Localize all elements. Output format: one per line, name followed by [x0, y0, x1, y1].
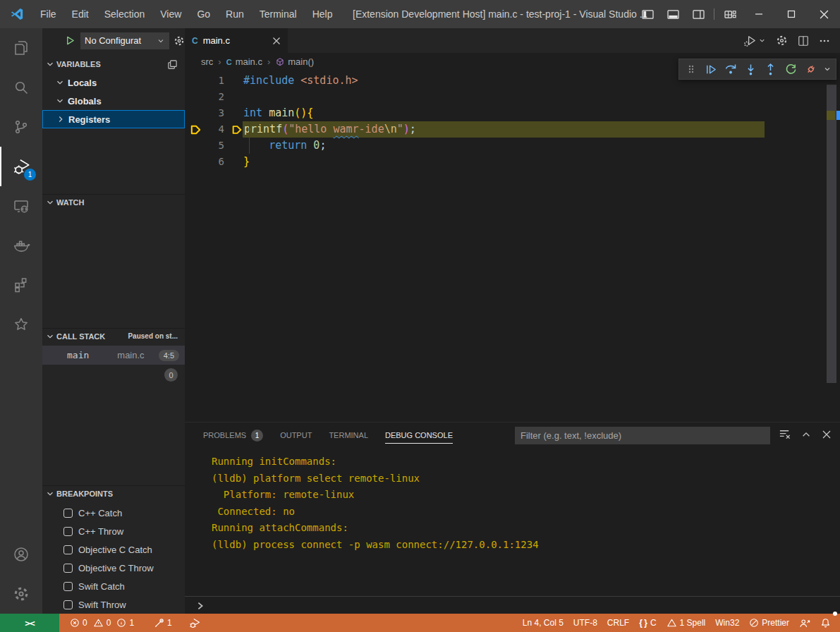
variables-item-globals[interactable]: Globals: [42, 92, 185, 110]
search-icon[interactable]: [0, 68, 42, 107]
cursor-position[interactable]: Ln 4, Col 5: [518, 614, 568, 632]
menu-view[interactable]: View: [152, 0, 189, 28]
run-or-debug-icon[interactable]: [743, 34, 766, 47]
menu-go[interactable]: Go: [189, 0, 218, 28]
breadcrumb-folder[interactable]: src: [201, 56, 213, 67]
launch-config-gear-icon[interactable]: [776, 35, 788, 47]
debug-status-icon-item[interactable]: [184, 614, 206, 632]
breakpoint-c-catch[interactable]: C++ Catch: [42, 504, 185, 522]
editor-scrollbar[interactable]: [827, 85, 836, 383]
breakpoint-checkbox[interactable]: [63, 545, 73, 554]
clear-console-icon[interactable]: [779, 428, 791, 440]
breakpoint-checkbox[interactable]: [63, 582, 73, 591]
breakpoint-checkbox[interactable]: [63, 527, 73, 536]
code-line-6[interactable]: 6}: [185, 154, 840, 170]
toggle-secondary-sidebar-icon[interactable]: [686, 0, 711, 28]
minimize-button[interactable]: [743, 0, 775, 28]
notifications-bell[interactable]: [815, 614, 836, 632]
tab-close-icon[interactable]: [272, 37, 281, 45]
breakpoint-swift-catch[interactable]: Swift Catch: [42, 577, 185, 595]
breakpoint-checkbox[interactable]: [63, 564, 73, 573]
breakpoint-checkbox[interactable]: [63, 509, 73, 518]
glyph-margin[interactable]: [185, 105, 206, 121]
menu-terminal[interactable]: Terminal: [252, 0, 305, 28]
code-line-3[interactable]: 3int main(){: [185, 105, 840, 121]
split-editor-icon[interactable]: [798, 35, 809, 47]
toolbar-drag-grip-icon[interactable]: [683, 61, 698, 78]
collapse-all-icon[interactable]: [167, 59, 185, 70]
toggle-panel-icon[interactable]: [660, 0, 686, 28]
maximize-panel-chevron-icon[interactable]: [801, 430, 811, 439]
debug-session-chevron-icon[interactable]: [823, 65, 832, 73]
close-button[interactable]: [808, 0, 840, 28]
explorer-icon[interactable]: [0, 28, 42, 68]
code-line-2[interactable]: 2: [185, 89, 840, 105]
disconnect-icon[interactable]: [803, 61, 818, 78]
variables-section-header[interactable]: VARIABLES: [42, 56, 185, 72]
panel-tab-problems[interactable]: PROBLEMS1: [203, 423, 263, 448]
platform-indicator[interactable]: Win32: [710, 614, 744, 632]
star-icon[interactable]: [0, 305, 42, 344]
breadcrumb-file[interactable]: main.c: [236, 56, 262, 67]
panel-tab-debug-console[interactable]: DEBUG CONSOLE: [385, 423, 453, 448]
source-control-icon[interactable]: [0, 107, 42, 147]
menu-selection[interactable]: Selection: [97, 0, 153, 28]
code-area[interactable]: 1#include <stdio.h>23int main(){4printf(…: [185, 71, 840, 422]
code-line-5[interactable]: 5 return 0;: [185, 138, 840, 154]
glyph-margin[interactable]: [185, 89, 206, 105]
formatter-indicator[interactable]: Prettier: [744, 614, 794, 632]
accounts-icon[interactable]: [0, 535, 42, 574]
call-stack-frame-row[interactable]: main main.c 4:5: [42, 346, 185, 365]
debug-console-output[interactable]: Running initCommands:(lldb) platform sel…: [212, 454, 819, 553]
menu-run[interactable]: Run: [218, 0, 252, 28]
eol-indicator[interactable]: CRLF: [602, 614, 634, 632]
variables-item-locals[interactable]: Locals: [42, 73, 185, 92]
breakpoint-swift-throw[interactable]: Swift Throw: [42, 595, 185, 614]
glyph-margin[interactable]: [185, 138, 206, 154]
extensions-icon[interactable]: [0, 265, 42, 305]
language-mode[interactable]: { } C: [634, 614, 661, 632]
breakpoints-section-header[interactable]: BREAKPOINTS: [42, 485, 185, 501]
encoding-indicator[interactable]: UTF-8: [568, 614, 602, 632]
ports-tools-status[interactable]: 1: [149, 614, 177, 632]
debug-console-filter-input[interactable]: [515, 427, 770, 444]
maximize-button[interactable]: [775, 0, 808, 28]
continue-icon[interactable]: [703, 61, 718, 78]
start-debugging-icon[interactable]: [65, 35, 75, 46]
menu-help[interactable]: Help: [305, 0, 341, 28]
panel-tab-output[interactable]: OUTPUT: [280, 423, 312, 448]
restart-icon[interactable]: [783, 61, 798, 78]
debug-configuration-dropdown[interactable]: No Configurat: [80, 32, 169, 49]
debug-console-input[interactable]: [185, 596, 840, 614]
debug-settings-gear-icon[interactable]: [174, 35, 185, 47]
glyph-margin[interactable]: [185, 73, 206, 89]
glyph-margin[interactable]: [185, 154, 206, 170]
variables-item-registers[interactable]: Registers: [42, 110, 185, 128]
watch-section-header[interactable]: WATCH: [42, 194, 185, 209]
menu-edit[interactable]: Edit: [64, 0, 97, 28]
tab-main-c[interactable]: C main.c: [185, 28, 288, 53]
more-actions-icon[interactable]: [819, 35, 830, 47]
code-line-4[interactable]: 4printf("hello wamr-ide\n");: [185, 121, 840, 138]
problems-status[interactable]: 0 0 1: [65, 614, 139, 632]
call-stack-section-header[interactable]: CALL STACK Paused on st...: [42, 328, 185, 344]
panel-tab-terminal[interactable]: TERMINAL: [329, 423, 368, 448]
menu-file[interactable]: File: [32, 0, 64, 28]
close-panel-icon[interactable]: [822, 430, 832, 439]
customize-layout-icon[interactable]: [717, 0, 743, 28]
debug-current-line-arrow-icon[interactable]: [185, 121, 206, 138]
feedback-icon-item[interactable]: [794, 614, 815, 632]
breakpoint-c-throw[interactable]: C++ Throw: [42, 522, 185, 540]
remote-indicator[interactable]: ><: [0, 614, 59, 632]
spell-checker-status[interactable]: 1 Spell: [662, 614, 711, 632]
run-and-debug-icon[interactable]: 1: [0, 147, 42, 186]
breadcrumb-symbol[interactable]: main(): [288, 56, 314, 67]
step-out-icon[interactable]: [763, 61, 778, 78]
toggle-sidebar-icon[interactable]: [635, 0, 660, 28]
settings-gear-icon[interactable]: [0, 574, 42, 614]
breakpoint-objective-c-catch[interactable]: Objective C Catch: [42, 540, 185, 559]
step-over-icon[interactable]: [724, 61, 738, 78]
breakpoint-objective-c-throw[interactable]: Objective C Throw: [42, 559, 185, 577]
docker-icon[interactable]: [0, 226, 42, 265]
step-into-icon[interactable]: [743, 61, 758, 78]
